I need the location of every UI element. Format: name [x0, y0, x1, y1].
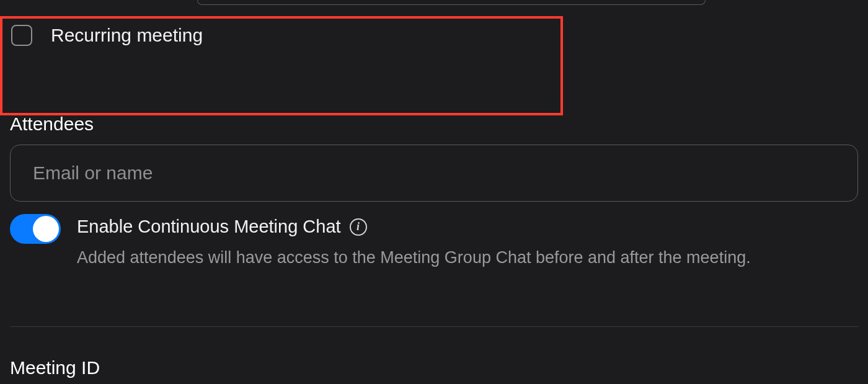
attendees-input[interactable] — [10, 145, 858, 202]
attendees-heading: Attendees — [10, 114, 858, 135]
info-icon[interactable]: i — [350, 218, 367, 236]
attendees-section: Attendees — [10, 114, 858, 202]
toggle-knob — [33, 216, 59, 242]
recurring-meeting-checkbox[interactable] — [11, 25, 32, 46]
continuous-chat-description: Added attendees will have access to the … — [77, 246, 839, 270]
meeting-id-heading: Meeting ID — [10, 357, 100, 378]
continuous-chat-label-row: Enable Continuous Meeting Chat i — [77, 217, 858, 237]
continuous-chat-label: Enable Continuous Meeting Chat — [77, 217, 341, 237]
recurring-meeting-row: Recurring meeting — [11, 25, 203, 46]
continuous-chat-text: Enable Continuous Meeting Chat i Added a… — [77, 214, 858, 270]
continuous-chat-toggle[interactable] — [10, 214, 61, 244]
recurring-meeting-label: Recurring meeting — [51, 25, 203, 46]
continuous-chat-row: Enable Continuous Meeting Chat i Added a… — [10, 214, 858, 270]
section-divider — [10, 326, 858, 327]
input-border-fragment — [197, 0, 706, 5]
